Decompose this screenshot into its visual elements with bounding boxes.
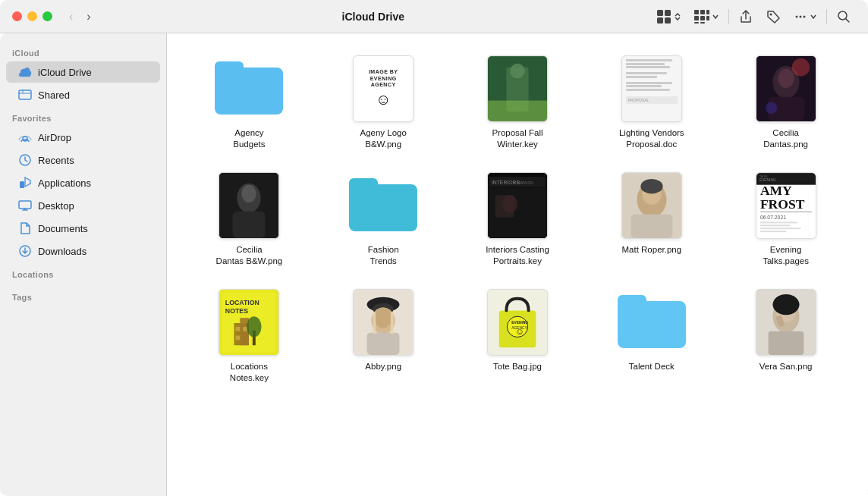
file-item-abby[interactable]: Abby.png: [319, 282, 448, 390]
sidebar-item-documents[interactable]: Documents: [6, 218, 160, 239]
svg-rect-8: [700, 16, 705, 20]
svg-rect-28: [488, 101, 547, 121]
file-item-lighting-vendors[interactable]: PROPOSAL Lighting VendorsProposal.doc: [587, 49, 715, 156]
image-thumbnail-matt-roper: [614, 171, 690, 240]
file-item-cecilia-bw[interactable]: CeciliaDantas B&W.png: [185, 165, 313, 273]
svg-point-13: [796, 15, 798, 17]
sidebar-label-desktop: Desktop: [38, 200, 74, 212]
file-item-talent-deck[interactable]: Talent Deck: [587, 282, 715, 390]
recents-icon: [18, 153, 32, 167]
close-button[interactable]: [12, 11, 22, 21]
svg-rect-9: [706, 16, 709, 20]
file-item-agency-logo[interactable]: IMAGE BYEVENINGAGENCY ☺ Ageny LogoB&W.pn…: [319, 49, 448, 156]
minimize-button[interactable]: [27, 11, 37, 21]
image-thumbnail-agency-logo: IMAGE BYEVENINGAGENCY ☺: [345, 55, 421, 123]
tag-button[interactable]: [761, 6, 785, 27]
svg-rect-5: [700, 10, 705, 14]
matt-svg: [622, 172, 681, 239]
svg-rect-1: [665, 10, 671, 16]
file-name-cecilia-bw: CeciliaDantas B&W.png: [216, 244, 283, 267]
file-name-talent-deck: Talent Deck: [629, 361, 675, 372]
shared-icon: [18, 88, 32, 102]
file-name-fashion-trends: FashionTrends: [368, 244, 399, 267]
file-name-abby: Abby.png: [365, 361, 401, 372]
file-item-agency-budgets[interactable]: AgencyBudgets: [185, 49, 313, 156]
file-item-evening-talks[interactable]: EVENING TALKS AMY FROST 06.07.2021: [722, 165, 850, 273]
fullscreen-button[interactable]: [42, 11, 52, 21]
file-item-vera-san[interactable]: Vera San.png: [722, 282, 850, 390]
image-thumbnail-vera-san: [748, 288, 824, 356]
file-name-matt-roper: Matt Roper.png: [621, 244, 681, 256]
svg-point-14: [800, 15, 802, 17]
sidebar: iCloud iCloud Drive Shared: [0, 33, 167, 496]
window-body: iCloud iCloud Drive Shared: [0, 33, 868, 496]
file-item-location-notes[interactable]: LOCATION NOTES: [185, 282, 313, 390]
sidebar-item-shared[interactable]: Shared: [6, 84, 160, 105]
more-button[interactable]: [788, 6, 822, 27]
svg-rect-81: [391, 312, 394, 334]
file-name-agency-logo: Ageny LogoB&W.png: [360, 127, 407, 150]
svg-point-34: [765, 102, 777, 115]
svg-point-12: [770, 13, 772, 15]
view-grid-button[interactable]: [651, 5, 686, 28]
back-button[interactable]: ‹: [64, 7, 77, 27]
sidebar-item-recents[interactable]: Recents: [6, 149, 160, 171]
sidebar-label-recents: Recents: [38, 155, 74, 166]
toolbar-right: [651, 5, 856, 28]
svg-rect-0: [657, 10, 663, 16]
file-name-location-notes: LocationsNotes.key: [230, 361, 269, 384]
svg-rect-79: [367, 332, 400, 354]
sidebar-item-desktop[interactable]: Desktop: [6, 195, 160, 216]
location-notes-svg: LOCATION NOTES: [219, 289, 278, 356]
cecilia-svg: [756, 55, 816, 122]
cloud-icon: [18, 65, 32, 79]
svg-text:CAMPAIGN: CAMPAIGN: [514, 181, 533, 185]
file-item-cecilia-dantas[interactable]: CeciliaDantas.png: [722, 49, 850, 156]
sidebar-item-downloads[interactable]: Downloads: [6, 240, 160, 262]
svg-point-42: [502, 195, 517, 212]
file-name-evening-talks: EveningTalks.pages: [763, 244, 809, 267]
sidebar-item-icloud-drive[interactable]: iCloud Drive: [6, 61, 160, 83]
svg-rect-57: [760, 212, 811, 212]
file-name-proposal-fall: Proposal FallWinter.key: [492, 127, 542, 150]
group-view-button[interactable]: [689, 5, 724, 28]
svg-rect-59: [760, 221, 797, 223]
file-name-vera-san: Vera San.png: [760, 361, 813, 372]
file-item-proposal-fall[interactable]: Proposal FallWinter.key: [454, 49, 582, 156]
share-icon: [738, 9, 753, 24]
file-item-interiors-casting[interactable]: INTERIORS CAMPAIGN Interiors CastingPort…: [454, 165, 582, 273]
svg-text:TALKS: TALKS: [759, 175, 767, 178]
sidebar-item-airdrop[interactable]: AirDrop: [6, 127, 160, 148]
search-icon: [836, 9, 851, 24]
abby-svg: [354, 289, 413, 356]
svg-point-19: [23, 137, 27, 141]
sidebar-section-icloud: iCloud: [0, 41, 166, 61]
chevron-down-2-icon: [810, 13, 817, 20]
svg-rect-60: [760, 224, 789, 226]
folder-thumbnail-talent-deck: [614, 288, 690, 356]
svg-point-37: [242, 185, 257, 202]
svg-text:NOTES: NOTES: [225, 307, 248, 315]
search-button[interactable]: [832, 6, 856, 27]
sidebar-label-applications: Applications: [38, 177, 91, 189]
svg-rect-23: [19, 201, 31, 209]
file-name-cecilia-dantas: CeciliaDantas.png: [763, 127, 808, 150]
svg-rect-69: [236, 327, 241, 331]
sidebar-item-applications[interactable]: Applications: [6, 172, 160, 193]
downloads-icon: [18, 244, 32, 258]
svg-rect-80: [373, 312, 376, 334]
image-thumbnail-tote-bag: EVENING AGENCY ☺: [480, 288, 555, 356]
file-item-tote-bag[interactable]: EVENING AGENCY ☺ Tote Bag.jpg: [454, 282, 582, 390]
key-thumbnail-location-notes: LOCATION NOTES: [211, 288, 287, 356]
forward-button[interactable]: ›: [82, 7, 95, 27]
file-name-interiors-casting: Interiors CastingPortraits.key: [486, 244, 549, 267]
image-thumbnail-cecilia-dantas: [748, 55, 824, 123]
file-item-fashion-trends[interactable]: FashionTrends: [319, 165, 448, 273]
file-item-matt-roper[interactable]: Matt Roper.png: [587, 165, 715, 273]
chevron-updown-icon: [674, 13, 681, 20]
applications-icon: [18, 176, 32, 190]
svg-rect-4: [694, 10, 699, 14]
share-button[interactable]: [734, 6, 758, 27]
file-grid: AgencyBudgets IMAGE BYEVENINGAGENCY ☺ Ag…: [167, 33, 868, 496]
svg-rect-92: [768, 331, 804, 354]
